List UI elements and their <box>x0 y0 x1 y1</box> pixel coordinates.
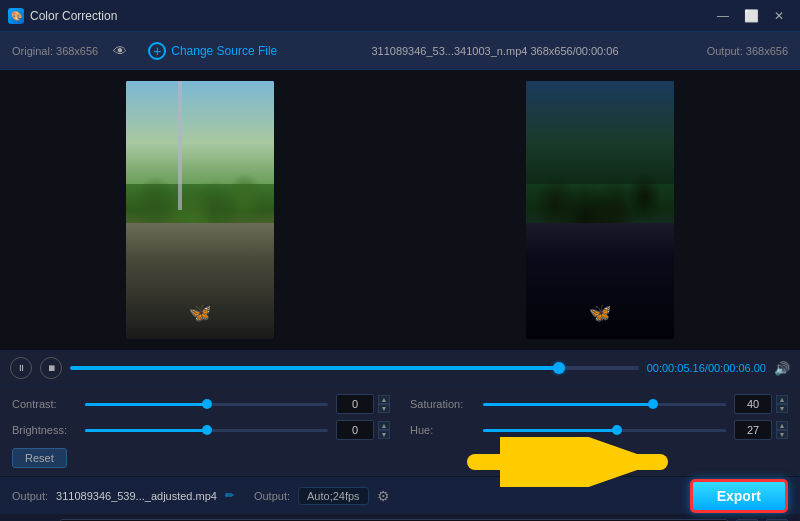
saturation-label: Saturation: <box>410 398 475 410</box>
original-preview: 🦋 <box>0 70 400 350</box>
brightness-label: Brightness: <box>12 424 77 436</box>
brightness-decrement[interactable]: ▼ <box>378 430 390 439</box>
corrected-preview: 🦋 <box>400 70 800 350</box>
hue-thumb[interactable] <box>612 425 622 435</box>
playback-bar: ⏸ ⏹ 00:00:05.16/00:00:06.00 🔊 <box>0 350 800 386</box>
brightness-control: Brightness: 0 ▲ ▼ <box>12 420 390 440</box>
title-bar-left: 🎨 Color Correction <box>8 8 117 24</box>
stop-button[interactable]: ⏹ <box>40 357 62 379</box>
plus-circle-icon: + <box>148 42 166 60</box>
contrast-slider[interactable] <box>85 403 328 406</box>
minimize-button[interactable]: — <box>710 5 736 27</box>
window-controls: — ⬜ ✕ <box>710 5 792 27</box>
original-video-frame: 🦋 <box>126 81 274 339</box>
contrast-thumb[interactable] <box>202 399 212 409</box>
settings-gear-icon[interactable]: ⚙ <box>377 488 390 504</box>
tree-overlay-corrected <box>526 91 674 233</box>
pole-original <box>178 81 182 210</box>
tree-overlay-original <box>126 91 274 233</box>
color-controls: Contrast: 0 ▲ ▼ Saturation: 40 ▲ ▼ Brigh… <box>0 386 800 476</box>
contrast-increment[interactable]: ▲ <box>378 395 390 404</box>
saturation-thumb[interactable] <box>648 399 658 409</box>
output-row: Output: 311089346_539..._adjusted.mp4 ✏ … <box>0 476 800 514</box>
timeline-thumb[interactable] <box>553 362 565 374</box>
corrected-video-frame: 🦋 <box>526 81 674 339</box>
saturation-control: Saturation: 40 ▲ ▼ <box>410 394 788 414</box>
preview-area: 🦋 🦋 <box>0 70 800 350</box>
eye-toggle-button[interactable]: 👁 <box>108 39 132 63</box>
toolbar: Original: 368x656 👁 + Change Source File… <box>0 32 800 70</box>
maximize-button[interactable]: ⬜ <box>738 5 764 27</box>
volume-button[interactable]: 🔊 <box>774 361 790 376</box>
contrast-control: Contrast: 0 ▲ ▼ <box>12 394 390 414</box>
saturation-increment[interactable]: ▲ <box>776 395 788 404</box>
butterfly-icon-left: 🦋 <box>189 302 211 324</box>
contrast-value[interactable]: 0 <box>336 394 374 414</box>
contrast-decrement[interactable]: ▼ <box>378 404 390 413</box>
reset-area: Reset <box>12 446 390 468</box>
butterfly-icon-right: 🦋 <box>589 302 611 324</box>
saturation-decrement[interactable]: ▼ <box>776 404 788 413</box>
saturation-value[interactable]: 40 <box>734 394 772 414</box>
brightness-value[interactable]: 0 <box>336 420 374 440</box>
timeline-track[interactable] <box>70 366 639 370</box>
change-source-label: Change Source File <box>171 44 277 58</box>
output-filename: 311089346_539..._adjusted.mp4 <box>56 490 217 502</box>
hue-value[interactable]: 27 <box>734 420 772 440</box>
brightness-stepper: ▲ ▼ <box>378 421 390 439</box>
brightness-increment[interactable]: ▲ <box>378 421 390 430</box>
hue-increment[interactable]: ▲ <box>776 421 788 430</box>
total-time: 00:00:06.00 <box>708 362 766 374</box>
save-row: Save to: C:\Vidmore\Vidmore Vi...rter\Co… <box>0 514 800 521</box>
original-dimensions-label: Original: 368x656 <box>12 45 98 57</box>
output-dimensions-label: Output: 368x656 <box>707 45 788 57</box>
export-button[interactable]: Export <box>690 479 788 513</box>
format-label: Output: <box>254 490 290 502</box>
brightness-slider[interactable] <box>85 429 328 432</box>
current-time: 00:00:05.16 <box>647 362 705 374</box>
edit-filename-icon[interactable]: ✏ <box>225 489 234 502</box>
output-file-label: Output: <box>12 490 48 502</box>
reset-button[interactable]: Reset <box>12 448 67 468</box>
title-bar: 🎨 Color Correction — ⬜ ✕ <box>0 0 800 32</box>
hue-control: Hue: 27 ▲ ▼ <box>410 420 788 440</box>
saturation-slider[interactable] <box>483 403 726 406</box>
time-display: 00:00:05.16/00:00:06.00 <box>647 362 766 374</box>
window-title: Color Correction <box>30 9 117 23</box>
hue-decrement[interactable]: ▼ <box>776 430 788 439</box>
brightness-thumb[interactable] <box>202 425 212 435</box>
timeline-progress <box>70 366 559 370</box>
saturation-stepper: ▲ ▼ <box>776 395 788 413</box>
hue-stepper: ▲ ▼ <box>776 421 788 439</box>
play-pause-button[interactable]: ⏸ <box>10 357 32 379</box>
hue-slider[interactable] <box>483 429 726 432</box>
hue-label: Hue: <box>410 424 475 436</box>
change-source-button[interactable]: + Change Source File <box>142 39 283 63</box>
app-icon: 🎨 <box>8 8 24 24</box>
file-info-text: 311089346_53...341003_n.mp4 368x656/00:0… <box>293 45 696 57</box>
format-badge: Auto;24fps <box>298 487 369 505</box>
contrast-stepper: ▲ ▼ <box>378 395 390 413</box>
contrast-label: Contrast: <box>12 398 77 410</box>
close-button[interactable]: ✕ <box>766 5 792 27</box>
